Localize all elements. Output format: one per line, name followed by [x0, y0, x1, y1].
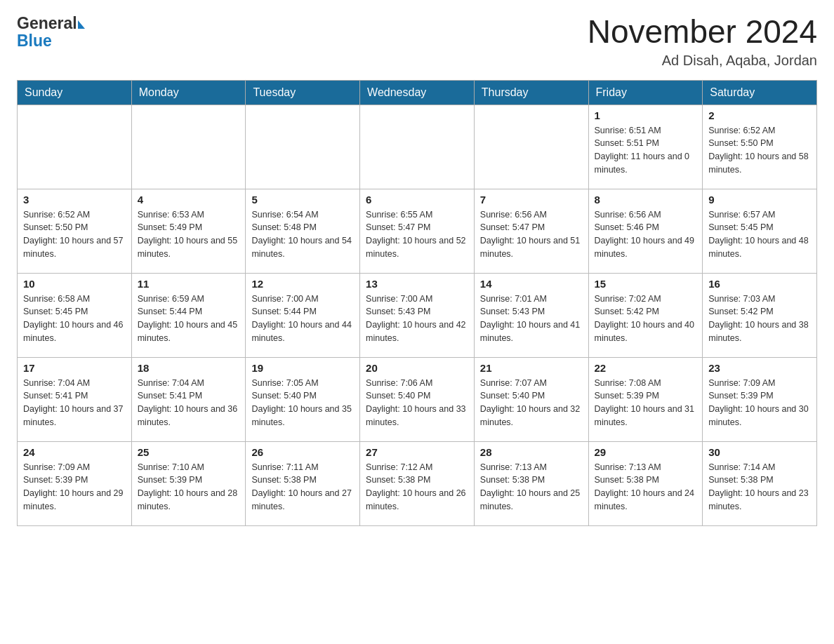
- day-number: 17: [23, 362, 126, 374]
- day-of-week-wednesday: Wednesday: [360, 80, 475, 105]
- calendar-cell: [18, 105, 132, 189]
- day-number: 13: [366, 278, 468, 290]
- day-info: Sunrise: 7:08 AMSunset: 5:39 PMDaylight:…: [595, 377, 697, 429]
- day-info: Sunrise: 7:09 AMSunset: 5:39 PMDaylight:…: [708, 377, 811, 429]
- day-number: 30: [708, 446, 811, 458]
- calendar-cell: 11Sunrise: 6:59 AMSunset: 5:44 PMDayligh…: [131, 273, 246, 357]
- calendar-cell: 30Sunrise: 7:14 AMSunset: 5:38 PMDayligh…: [703, 441, 817, 525]
- day-info: Sunrise: 7:02 AMSunset: 5:42 PMDaylight:…: [595, 293, 697, 345]
- day-of-week-sunday: Sunday: [18, 80, 132, 105]
- title-block: November 2024 Ad Disah, Aqaba, Jordan: [588, 14, 817, 69]
- calendar-cell: 10Sunrise: 6:58 AMSunset: 5:45 PMDayligh…: [18, 273, 132, 357]
- calendar-cell: 4Sunrise: 6:53 AMSunset: 5:49 PMDaylight…: [131, 189, 246, 273]
- day-info: Sunrise: 7:06 AMSunset: 5:40 PMDaylight:…: [366, 377, 468, 429]
- calendar-cell: 5Sunrise: 6:54 AMSunset: 5:48 PMDaylight…: [246, 189, 360, 273]
- header-row: SundayMondayTuesdayWednesdayThursdayFrid…: [18, 80, 817, 105]
- day-number: 23: [708, 362, 811, 374]
- day-number: 28: [480, 446, 583, 458]
- calendar-cell: 22Sunrise: 7:08 AMSunset: 5:39 PMDayligh…: [588, 357, 703, 441]
- calendar-body: 1Sunrise: 6:51 AMSunset: 5:51 PMDaylight…: [18, 105, 817, 525]
- day-number: 10: [23, 278, 126, 290]
- day-number: 16: [708, 278, 811, 290]
- week-row-5: 24Sunrise: 7:09 AMSunset: 5:39 PMDayligh…: [18, 441, 817, 525]
- calendar-cell: 25Sunrise: 7:10 AMSunset: 5:39 PMDayligh…: [131, 441, 246, 525]
- day-number: 29: [595, 446, 697, 458]
- logo-chevron-icon: [78, 20, 85, 29]
- calendar-cell: [360, 105, 475, 189]
- day-info: Sunrise: 7:07 AMSunset: 5:40 PMDaylight:…: [480, 377, 583, 429]
- day-number: 22: [595, 362, 697, 374]
- calendar-cell: [131, 105, 246, 189]
- day-info: Sunrise: 6:54 AMSunset: 5:48 PMDaylight:…: [251, 208, 354, 261]
- day-number: 20: [366, 362, 468, 374]
- day-info: Sunrise: 7:00 AMSunset: 5:43 PMDaylight:…: [366, 293, 468, 345]
- calendar-cell: 2Sunrise: 6:52 AMSunset: 5:50 PMDaylight…: [703, 105, 817, 189]
- day-number: 26: [251, 446, 354, 458]
- logo-blue-text: Blue: [17, 32, 52, 51]
- day-info: Sunrise: 7:01 AMSunset: 5:43 PMDaylight:…: [480, 293, 583, 345]
- day-number: 14: [480, 278, 583, 290]
- month-title: November 2024: [588, 14, 817, 50]
- calendar-cell: 3Sunrise: 6:52 AMSunset: 5:50 PMDaylight…: [18, 189, 132, 273]
- week-row-3: 10Sunrise: 6:58 AMSunset: 5:45 PMDayligh…: [18, 273, 817, 357]
- day-number: 5: [251, 194, 354, 206]
- day-info: Sunrise: 7:13 AMSunset: 5:38 PMDaylight:…: [595, 461, 697, 514]
- day-number: 27: [366, 446, 468, 458]
- logo-general-text: General: [17, 14, 77, 33]
- day-info: Sunrise: 7:14 AMSunset: 5:38 PMDaylight:…: [708, 461, 811, 514]
- day-number: 3: [23, 194, 126, 206]
- day-info: Sunrise: 6:53 AMSunset: 5:49 PMDaylight:…: [138, 208, 240, 261]
- calendar-cell: 9Sunrise: 6:57 AMSunset: 5:45 PMDaylight…: [703, 189, 817, 273]
- day-info: Sunrise: 6:56 AMSunset: 5:46 PMDaylight:…: [595, 208, 697, 261]
- calendar-cell: 21Sunrise: 7:07 AMSunset: 5:40 PMDayligh…: [474, 357, 588, 441]
- week-row-1: 1Sunrise: 6:51 AMSunset: 5:51 PMDaylight…: [18, 105, 817, 189]
- day-info: Sunrise: 7:04 AMSunset: 5:41 PMDaylight:…: [23, 377, 126, 429]
- day-of-week-thursday: Thursday: [474, 80, 588, 105]
- calendar-cell: 7Sunrise: 6:56 AMSunset: 5:47 PMDaylight…: [474, 189, 588, 273]
- day-number: 18: [138, 362, 240, 374]
- calendar-cell: 19Sunrise: 7:05 AMSunset: 5:40 PMDayligh…: [246, 357, 360, 441]
- day-info: Sunrise: 7:05 AMSunset: 5:40 PMDaylight:…: [251, 377, 354, 429]
- calendar-cell: 18Sunrise: 7:04 AMSunset: 5:41 PMDayligh…: [131, 357, 246, 441]
- week-row-4: 17Sunrise: 7:04 AMSunset: 5:41 PMDayligh…: [18, 357, 817, 441]
- day-number: 2: [708, 109, 811, 121]
- day-number: 6: [366, 194, 468, 206]
- calendar-header: SundayMondayTuesdayWednesdayThursdayFrid…: [18, 80, 817, 105]
- day-info: Sunrise: 6:52 AMSunset: 5:50 PMDaylight:…: [23, 208, 126, 261]
- day-of-week-friday: Friday: [588, 80, 703, 105]
- calendar-cell: 14Sunrise: 7:01 AMSunset: 5:43 PMDayligh…: [474, 273, 588, 357]
- day-info: Sunrise: 7:13 AMSunset: 5:38 PMDaylight:…: [480, 461, 583, 514]
- day-info: Sunrise: 7:00 AMSunset: 5:44 PMDaylight:…: [251, 293, 354, 345]
- calendar-cell: 28Sunrise: 7:13 AMSunset: 5:38 PMDayligh…: [474, 441, 588, 525]
- calendar-cell: 6Sunrise: 6:55 AMSunset: 5:47 PMDaylight…: [360, 189, 475, 273]
- day-of-week-saturday: Saturday: [703, 80, 817, 105]
- day-info: Sunrise: 7:09 AMSunset: 5:39 PMDaylight:…: [23, 461, 126, 514]
- day-info: Sunrise: 6:56 AMSunset: 5:47 PMDaylight:…: [480, 208, 583, 261]
- day-number: 7: [480, 194, 583, 206]
- header: General Blue November 2024 Ad Disah, Aqa…: [17, 14, 817, 69]
- calendar-cell: [246, 105, 360, 189]
- day-info: Sunrise: 7:10 AMSunset: 5:39 PMDaylight:…: [138, 461, 240, 514]
- calendar-cell: 27Sunrise: 7:12 AMSunset: 5:38 PMDayligh…: [360, 441, 475, 525]
- day-number: 15: [595, 278, 697, 290]
- day-number: 25: [138, 446, 240, 458]
- day-info: Sunrise: 7:12 AMSunset: 5:38 PMDaylight:…: [366, 461, 468, 514]
- calendar-table: SundayMondayTuesdayWednesdayThursdayFrid…: [17, 80, 817, 526]
- calendar-cell: 15Sunrise: 7:02 AMSunset: 5:42 PMDayligh…: [588, 273, 703, 357]
- week-row-2: 3Sunrise: 6:52 AMSunset: 5:50 PMDaylight…: [18, 189, 817, 273]
- day-info: Sunrise: 6:57 AMSunset: 5:45 PMDaylight:…: [708, 208, 811, 261]
- calendar-cell: 13Sunrise: 7:00 AMSunset: 5:43 PMDayligh…: [360, 273, 475, 357]
- calendar-cell: 24Sunrise: 7:09 AMSunset: 5:39 PMDayligh…: [18, 441, 132, 525]
- calendar-cell: 8Sunrise: 6:56 AMSunset: 5:46 PMDaylight…: [588, 189, 703, 273]
- day-info: Sunrise: 7:11 AMSunset: 5:38 PMDaylight:…: [251, 461, 354, 514]
- day-of-week-tuesday: Tuesday: [246, 80, 360, 105]
- day-number: 1: [595, 109, 697, 121]
- day-number: 11: [138, 278, 240, 290]
- day-info: Sunrise: 7:04 AMSunset: 5:41 PMDaylight:…: [138, 377, 240, 429]
- day-number: 4: [138, 194, 240, 206]
- day-number: 9: [708, 194, 811, 206]
- calendar-cell: 23Sunrise: 7:09 AMSunset: 5:39 PMDayligh…: [703, 357, 817, 441]
- day-info: Sunrise: 6:59 AMSunset: 5:44 PMDaylight:…: [138, 293, 240, 345]
- day-info: Sunrise: 6:52 AMSunset: 5:50 PMDaylight:…: [708, 124, 811, 177]
- day-info: Sunrise: 7:03 AMSunset: 5:42 PMDaylight:…: [708, 293, 811, 345]
